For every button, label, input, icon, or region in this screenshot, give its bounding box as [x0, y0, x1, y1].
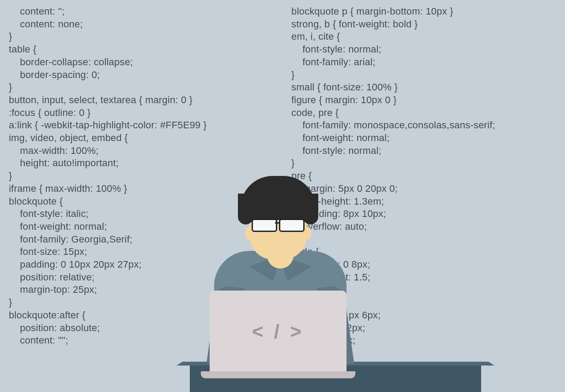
code-line: } — [291, 69, 495, 82]
code-line: } — [9, 81, 207, 94]
laptop-screen-back: < / > — [210, 291, 347, 372]
code-line: height: auto!important; — [9, 157, 207, 170]
code-line: position: relative; — [9, 271, 207, 284]
code-line: code, pre { — [291, 107, 495, 119]
code-line: position: absolute; — [9, 322, 207, 335]
code-line: padding: 0 10px 20px 27px; — [9, 258, 207, 271]
code-line: font-family: arial; — [291, 56, 495, 69]
code-line: figure { margin: 10px 0 } — [291, 94, 495, 107]
code-line: font-family: Georgia,Serif; — [9, 233, 207, 246]
code-line: font-weight: normal; — [291, 132, 495, 145]
hair — [241, 176, 316, 220]
code-line: em, i, cite { — [291, 30, 495, 43]
code-line: content: ''; — [9, 5, 207, 18]
code-line: border-collapse: collapse; — [9, 56, 207, 69]
code-line: max-width: 100%; — [9, 145, 207, 157]
code-line: } — [9, 30, 207, 43]
code-line: blockquote:after { — [9, 309, 207, 322]
code-line: blockquote { — [9, 195, 207, 208]
code-line: } — [9, 296, 207, 309]
code-line: img, video, object, embed { — [9, 132, 207, 145]
code-line: button, input, select, textarea { margin… — [9, 94, 207, 107]
css-code-left-column: content: ''; content: none;}table { bord… — [9, 5, 207, 347]
lens-right — [279, 219, 305, 232]
laptop-base — [201, 371, 355, 378]
code-line: small { font-size: 100% } — [291, 81, 495, 94]
code-line: font-style: normal; — [291, 145, 495, 157]
lens-left — [252, 219, 277, 232]
code-line: font-size: 15px; — [9, 246, 207, 258]
code-line: iframe { max-width: 100% } — [9, 183, 207, 195]
illustration-stage: content: ''; content: none;}table { bord… — [0, 0, 565, 392]
code-line: } — [9, 170, 207, 183]
code-line: } — [291, 157, 495, 170]
code-line: strong, b { font-weight: bold } — [291, 18, 495, 31]
code-line: table { — [9, 43, 207, 56]
code-icon: < / > — [252, 321, 304, 343]
code-line: blockquote p { margin-bottom: 10px } — [291, 5, 495, 18]
glasses-icon — [252, 219, 305, 231]
code-line: border-spacing: 0; — [9, 69, 207, 82]
code-line: font-family: monospace,consolas,sans-ser… — [291, 119, 495, 132]
code-line: margin-top: 25px; — [9, 284, 207, 296]
laptop: < / > — [210, 291, 347, 372]
code-line: a:link { -webkit-tap-highlight-color: #F… — [9, 119, 207, 132]
code-line: content: '"'; — [9, 334, 207, 347]
code-line: font-style: italic; — [9, 208, 207, 220]
code-line: font-weight: normal; — [9, 220, 207, 233]
code-line: :focus { outline: 0 } — [9, 107, 207, 119]
code-line: content: none; — [9, 18, 207, 31]
code-line: font-style: normal; — [291, 43, 495, 56]
